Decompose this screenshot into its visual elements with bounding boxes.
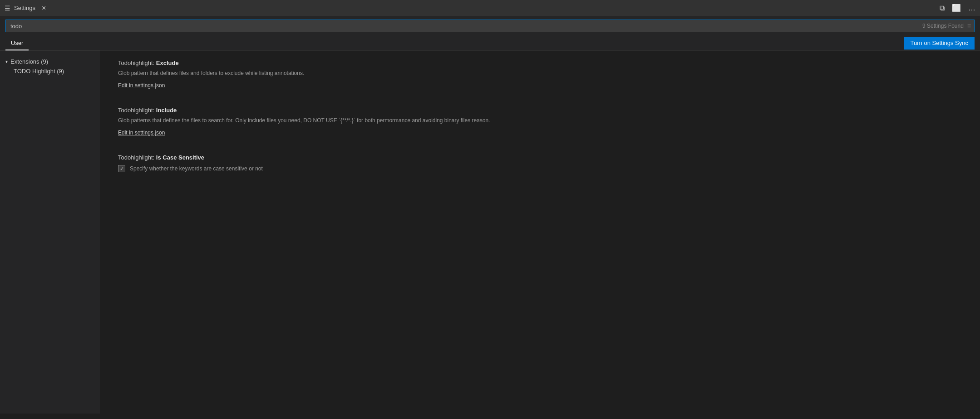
- sidebar-section-extensions: ▾ Extensions (9) TODO Highlight (9): [0, 55, 100, 78]
- sidebar-group-extensions[interactable]: ▾ Extensions (9): [0, 57, 100, 66]
- checkbox-row-case-sensitive: ✓ Specify whether the keywords are case …: [118, 165, 962, 173]
- setting-exclude: Todohighlight: Exclude Glob pattern that…: [118, 60, 962, 89]
- settings-content: Todohighlight: Exclude Glob pattern that…: [100, 50, 980, 414]
- setting-case-sensitive-title: Todohighlight: Is Case Sensitive: [118, 154, 962, 161]
- setting-case-sensitive-description: Specify whether the keywords are case se…: [130, 165, 263, 173]
- split-editor-icon[interactable]: ⬜: [952, 4, 961, 12]
- tabs-bar: User Turn on Settings Sync: [0, 36, 980, 50]
- case-sensitive-checkbox[interactable]: ✓: [118, 165, 125, 172]
- setting-include-title: Todohighlight: Include: [118, 107, 962, 114]
- tab-user[interactable]: User: [5, 36, 29, 50]
- setting-include-description: Glob patterns that defines the files to …: [118, 116, 617, 125]
- title-bar: ☰ Settings × ⧉ ⬜ …: [0, 0, 980, 16]
- more-actions-icon[interactable]: …: [968, 4, 975, 12]
- search-input-wrapper: 9 Settings Found ≡: [5, 20, 975, 32]
- setting-exclude-edit-link[interactable]: Edit in settings.json: [118, 82, 165, 89]
- setting-case-sensitive: Todohighlight: Is Case Sensitive ✓ Speci…: [118, 154, 962, 173]
- search-bar: 9 Settings Found ≡: [0, 16, 980, 36]
- sidebar-item-todo-highlight[interactable]: TODO Highlight (9): [0, 66, 100, 76]
- main-content: ▾ Extensions (9) TODO Highlight (9) Todo…: [0, 50, 980, 414]
- setting-include-edit-link[interactable]: Edit in settings.json: [118, 130, 165, 136]
- setting-exclude-description: Glob pattern that defines files and fold…: [118, 69, 617, 77]
- title-bar-actions: ⧉ ⬜ …: [940, 4, 975, 12]
- menu-icon[interactable]: ☰: [5, 5, 10, 12]
- tab-title: Settings: [14, 5, 35, 11]
- sidebar: ▾ Extensions (9) TODO Highlight (9): [0, 50, 100, 414]
- filter-settings-icon[interactable]: ≡: [967, 22, 971, 30]
- setting-exclude-title: Todohighlight: Exclude: [118, 60, 962, 66]
- sidebar-group-label: Extensions (9): [10, 58, 48, 65]
- turn-on-sync-button[interactable]: Turn on Settings Sync: [904, 37, 975, 50]
- chevron-down-icon: ▾: [5, 59, 8, 64]
- setting-include: Todohighlight: Include Glob patterns tha…: [118, 107, 962, 136]
- search-results-badge: 9 Settings Found ≡: [922, 22, 971, 30]
- search-input[interactable]: [5, 20, 975, 32]
- copy-editor-icon[interactable]: ⧉: [940, 4, 945, 12]
- close-tab-button[interactable]: ×: [42, 5, 46, 12]
- results-count: 9 Settings Found: [922, 23, 964, 29]
